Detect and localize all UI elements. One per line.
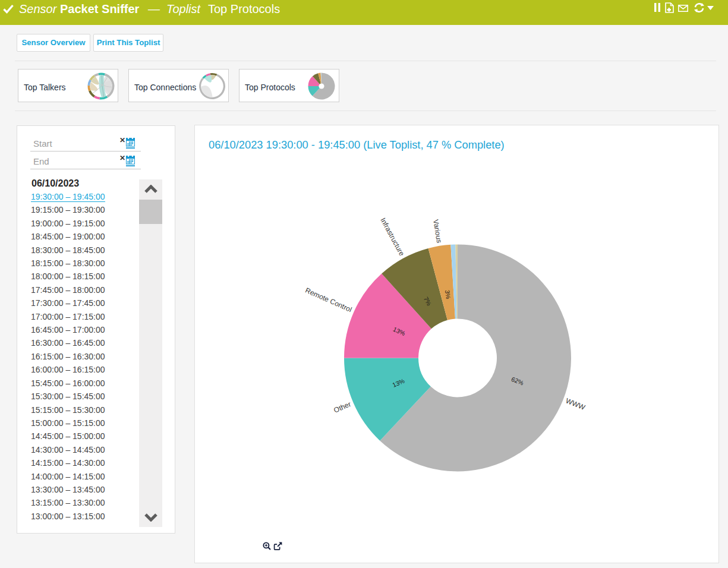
svg-text:Infrastructure: Infrastructure xyxy=(379,216,406,257)
svg-text:3%: 3% xyxy=(444,289,452,299)
svg-text:Other: Other xyxy=(332,400,352,415)
svg-text:Remote Control: Remote Control xyxy=(304,286,353,314)
svg-text:Various: Various xyxy=(431,219,443,244)
svg-text:WWW: WWW xyxy=(565,396,587,412)
